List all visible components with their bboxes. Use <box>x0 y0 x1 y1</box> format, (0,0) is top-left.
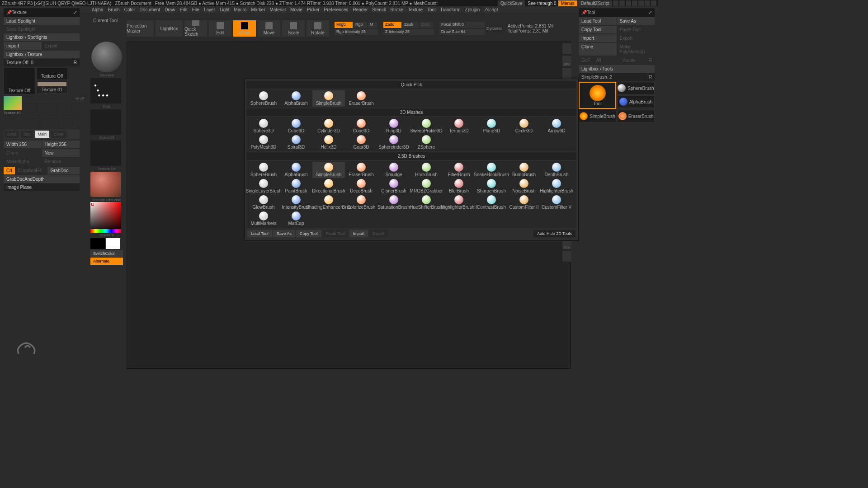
picker-item-spherebrush[interactable]: SphereBrush <box>247 90 280 107</box>
clone-button[interactable]: Clone <box>579 43 617 56</box>
picker-item-sphere3d[interactable]: Sphere3D <box>247 118 280 134</box>
projection-master-button[interactable]: Projection Master <box>127 20 154 37</box>
simplebrush-slider[interactable]: SimpleBrush. 2 R <box>579 73 655 81</box>
picker-item-bumpbrush[interactable]: BumpBrush <box>508 162 540 178</box>
expand-icon[interactable]: ⤢ <box>73 10 77 15</box>
picker-item-cylinder3d[interactable]: Cylinder3D <box>312 118 345 134</box>
texture-slot-01[interactable]: Texture 01 <box>36 81 68 94</box>
picker-item-directionalbrush[interactable]: DirectionalBrush <box>312 178 345 194</box>
eraserbrush-thumb[interactable]: EraserBrush <box>617 110 655 122</box>
picker-item-contrastbrush[interactable]: ContrastBrush <box>475 194 508 211</box>
picker-item-smudge[interactable]: Smudge <box>377 162 410 178</box>
zadd-button[interactable]: Zadd <box>383 22 401 28</box>
picker-item-paintbrush[interactable]: PaintBrush <box>280 178 312 194</box>
focal-shift-slider[interactable]: Focal Shift 0 <box>439 22 485 28</box>
picker-item-matcap[interactable]: MatCap <box>280 211 312 227</box>
picker-item-simplebrush[interactable]: SimpleBrush <box>312 162 345 178</box>
main-button[interactable]: Main <box>35 131 50 138</box>
cd-button[interactable]: Cd <box>4 167 15 174</box>
picker-item-decobrush[interactable]: DecoBrush <box>345 178 377 194</box>
menu-transform[interactable]: Transform <box>439 7 462 12</box>
menu-tool[interactable]: Tool <box>426 7 437 12</box>
picker-item-helix3d[interactable]: Helix3D <box>312 134 345 150</box>
m-button[interactable]: M <box>368 22 377 28</box>
menu-marker[interactable]: Marker <box>250 7 266 12</box>
picker-item-zsphere[interactable]: ZSphere <box>410 134 443 150</box>
z-intensity-slider[interactable]: Z Intensity 25 <box>383 29 434 35</box>
picker-item-hueshifterbrush[interactable]: HueShifterBrush <box>410 194 443 211</box>
brush-preview[interactable] <box>91 42 122 72</box>
menu-light[interactable]: Light <box>218 7 231 12</box>
close-button[interactable] <box>651 0 656 6</box>
btn4[interactable] <box>632 0 637 6</box>
alternate-button[interactable]: Alternate <box>90 258 123 265</box>
picker-item-gear3d[interactable]: Gear3D <box>345 134 377 150</box>
viewport-icon-17[interactable] <box>562 251 571 262</box>
menu-zplugin[interactable]: Zplugin <box>464 7 481 12</box>
color-white[interactable] <box>106 238 120 249</box>
color-black[interactable] <box>90 238 105 249</box>
picker-item-hookbrush[interactable]: HookBrush <box>410 162 443 178</box>
picker-item-eraserbrush[interactable]: EraserBrush <box>345 90 377 107</box>
copy-tool-button[interactable]: Copy Tool <box>296 230 321 237</box>
menu-macro[interactable]: Macro <box>233 7 248 12</box>
stroke-selector[interactable]: ● ● ● ● ● <box>90 78 121 103</box>
menu-stencil[interactable]: Stencil <box>371 7 387 12</box>
picker-item-colorizebrush[interactable]: ColorizeBrush <box>345 194 377 211</box>
saveas-button[interactable]: Save As <box>617 17 655 25</box>
menu-color[interactable]: Color <box>123 7 137 12</box>
lightbox-spotlights-button[interactable]: Lightbox › Spotlights <box>4 33 80 41</box>
load-tool-button[interactable]: Load Tool <box>247 230 272 237</box>
menu-edit[interactable]: Edit <box>179 7 189 12</box>
menu-preferences[interactable]: Preferences <box>323 7 350 12</box>
draw-button[interactable]: Draw <box>233 20 256 37</box>
lightbox-texture-button[interactable]: Lightbox › Texture <box>4 51 80 58</box>
lightbox-tools-button[interactable]: Lightbox › Tools <box>579 65 655 73</box>
alphabrush-thumb[interactable]: AlphaBrush <box>617 95 655 108</box>
load-tool-button[interactable]: Load Tool <box>579 17 617 25</box>
menu-alpha[interactable]: Alpha <box>90 7 105 12</box>
quicksketch-button[interactable]: Quick Sketch <box>184 20 207 37</box>
alpha-selector[interactable] <box>90 109 121 135</box>
picker-item-saturationbrush[interactable]: SaturationBrush <box>377 194 410 211</box>
picker-item-customfilter v[interactable]: CustomFilter V <box>540 194 573 211</box>
picker-item-sharpenbrush[interactable]: SharpenBrush <box>475 178 508 194</box>
picker-item-spherebrush[interactable]: SphereBrush <box>247 162 280 178</box>
pin-icon[interactable]: 📌 <box>581 10 587 15</box>
quicksave-button[interactable]: QuickSave <box>498 0 525 6</box>
max-button[interactable] <box>645 0 650 6</box>
zsub-button[interactable]: Zsub <box>402 22 419 28</box>
menu-layer[interactable]: Layer <box>203 7 217 12</box>
picker-item-simplebrush[interactable]: SimpleBrush <box>312 90 345 107</box>
load-spotlight-button[interactable]: Load Spotlight <box>4 17 80 25</box>
menu-texture[interactable]: Texture <box>406 7 424 12</box>
picker-item-sweepprofile3d[interactable]: SweepProfile3D <box>410 118 443 134</box>
btn2[interactable] <box>619 0 625 6</box>
mrgb-button[interactable]: Mrgb <box>335 22 353 28</box>
texture-selector[interactable] <box>90 141 121 166</box>
texture-slot-off[interactable]: Texture Off <box>4 67 35 94</box>
picker-item-circle3d[interactable]: Circle3D <box>508 118 540 134</box>
expand-icon[interactable]: ⤢ <box>648 10 652 15</box>
picker-item-multimarkers[interactable]: MultiMarkers <box>247 211 280 227</box>
texture-40-swatch[interactable] <box>4 96 22 110</box>
lightbox-button[interactable]: LightBox <box>156 20 183 37</box>
btn1[interactable] <box>613 0 618 6</box>
default-script[interactable]: DefaultZScript <box>578 0 612 6</box>
viewport-icon-1[interactable]: BPR <box>562 56 571 66</box>
picker-item-sphereinder3d[interactable]: Sphereinder3D <box>377 134 410 150</box>
menu-brush[interactable]: Brush <box>107 7 121 12</box>
panel-header[interactable]: 📌 Tool ⤢ <box>579 8 655 17</box>
new-button[interactable]: New <box>42 149 80 157</box>
panel-header[interactable]: 📌 Texture ⤢ <box>4 8 80 17</box>
current-tool-thumb[interactable]: Tool <box>579 82 616 109</box>
picker-item-eraserbrush[interactable]: EraserBrush <box>345 162 377 178</box>
picker-item-clonerbrush[interactable]: ClonerBrush <box>377 178 410 194</box>
menu-render[interactable]: Render <box>352 7 369 12</box>
picker-item-glowbrush[interactable]: GlowBrush <box>247 194 280 211</box>
grabdocdepth-button[interactable]: GrabDocAndDepth <box>4 175 80 183</box>
picker-item-polymesh3d[interactable]: PolyMesh3D <box>247 134 280 150</box>
import-button[interactable]: Import <box>4 42 42 50</box>
texture-off-slider[interactable]: Texture Off. 0 R <box>4 59 80 66</box>
switchcolor-button[interactable]: SwitchColor <box>90 250 123 257</box>
